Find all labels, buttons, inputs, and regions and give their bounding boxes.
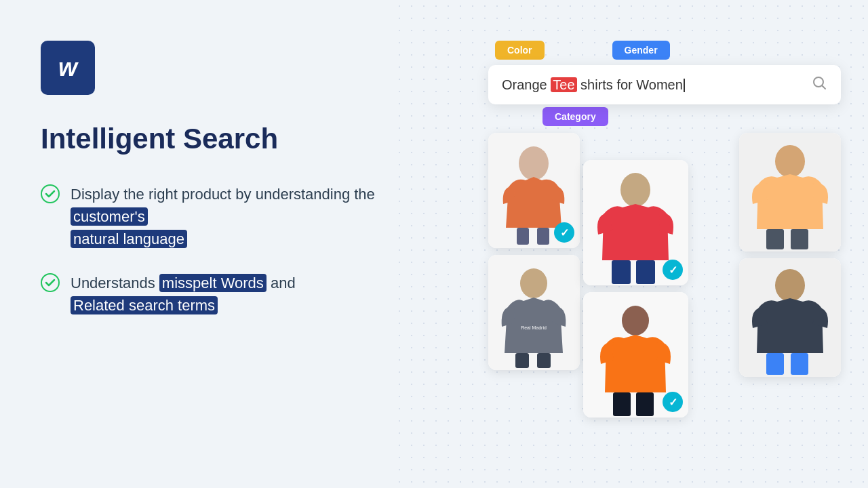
svg-rect-19 [636,392,654,416]
svg-rect-26 [766,353,784,375]
svg-rect-18 [613,392,631,416]
svg-point-4 [519,146,549,180]
svg-rect-22 [766,229,784,249]
highlight-natural-language: natural language [71,230,187,248]
svg-point-13 [620,173,650,207]
product-image-2: Real Madrid [488,255,580,370]
bullet-text-1: Display the right product by understandi… [71,183,393,250]
svg-point-1 [41,274,59,291]
product-check-4: ✓ [663,392,683,412]
bullet-text-2: Understands misspelt Words and Related s… [71,272,296,317]
svg-rect-14 [612,260,631,284]
product-card-5[interactable] [739,133,841,251]
products-container: ✓ [488,133,841,431]
svg-point-25 [775,269,805,302]
product-column-mid: ✓ [583,160,688,418]
svg-point-0 [41,185,59,203]
product-card-3[interactable]: ✓ [583,160,688,285]
logo-icon: w [58,54,77,82]
svg-rect-23 [791,229,808,249]
product-check-3: ✓ [663,260,683,280]
svg-text:Real Madrid: Real Madrid [521,325,547,330]
svg-rect-6 [537,228,549,245]
filter-color-tag[interactable]: Color [495,41,545,60]
product-column-right [739,133,841,377]
product-check-1: ✓ [554,222,574,243]
filter-tags-row: Color Gender [488,41,841,60]
filter-category-tag[interactable]: Category [542,107,608,126]
product-card-2[interactable]: Real Madrid [488,255,580,370]
search-icon-button[interactable] [811,75,827,95]
product-image-5 [739,133,841,251]
check-circle-icon-2 [41,273,60,292]
right-panel: Color Gender Orange Tee shirts for Women… [488,41,841,431]
search-cursor [684,79,685,92]
product-card-6[interactable] [739,258,841,377]
left-panel: w Intelligent Search Display the right p… [41,41,393,338]
svg-rect-15 [636,260,655,284]
product-card-1[interactable]: ✓ [488,133,580,248]
bullet-item-2: Understands misspelt Words and Related s… [41,272,393,317]
highlight-misspelt: misspelt Words [159,274,267,292]
search-text-highlight: Tee [551,77,576,92]
product-image-6 [739,258,841,377]
highlight-customers: customer's [71,207,148,226]
svg-rect-9 [515,353,529,368]
svg-rect-5 [517,228,529,245]
svg-rect-27 [791,353,808,375]
search-text-suffix: shirts for Women [577,77,683,92]
svg-point-17 [622,306,649,336]
bullet-item-1: Display the right product by understandi… [41,183,393,250]
svg-point-21 [775,145,805,178]
product-column-left: ✓ [488,133,580,370]
product-grid: ✓ [488,133,841,431]
svg-point-8 [520,268,547,298]
search-bar[interactable]: Orange Tee shirts for Women [488,65,841,104]
highlight-related-search: Related search terms [71,296,218,314]
feature-list: Display the right product by understandi… [41,183,393,317]
search-text-prefix: Orange [502,77,551,92]
svg-rect-10 [537,353,551,368]
product-card-4[interactable]: ✓ [583,292,688,418]
search-query: Orange Tee shirts for Women [502,77,811,93]
logo-box: w [41,41,95,95]
check-circle-icon-1 [41,184,60,203]
category-tag-wrapper: Category [488,107,841,126]
page-title: Intelligent Search [41,122,393,156]
filter-gender-tag[interactable]: Gender [612,41,670,60]
